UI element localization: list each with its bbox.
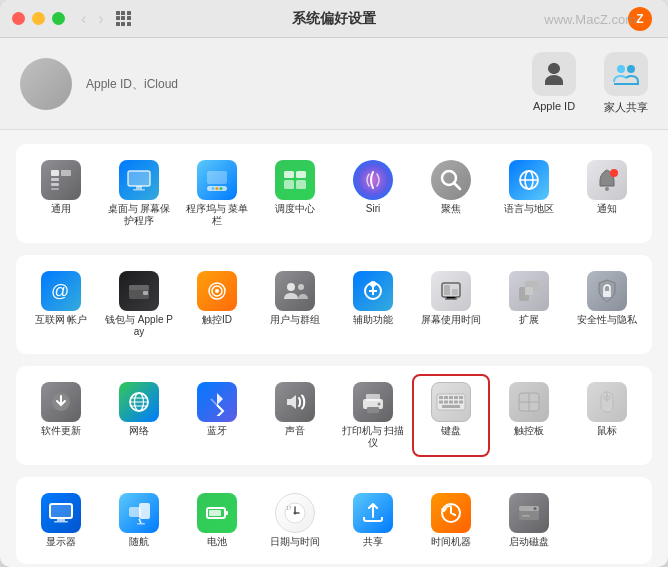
datetime-label: 日期与时间 xyxy=(270,536,320,548)
pref-touchid[interactable]: 触控ID xyxy=(180,265,254,344)
pref-mission[interactable]: 调度中心 xyxy=(258,154,332,233)
general-icon xyxy=(41,160,81,200)
dock-label: 程序坞与 菜单栏 xyxy=(182,203,252,227)
svg-line-81 xyxy=(139,519,141,523)
printer-label: 打印机与 扫描仪 xyxy=(338,425,408,449)
pref-dock[interactable]: 程序坞与 菜单栏 xyxy=(180,154,254,233)
preferences-content: 通用 桌面与 屏幕保护程序 程序坞与 菜单栏 xyxy=(0,130,668,567)
apple-id-icon-item[interactable]: Apple ID xyxy=(532,52,576,115)
svg-rect-64 xyxy=(439,401,443,404)
svg-point-94 xyxy=(534,507,537,510)
svg-rect-77 xyxy=(57,518,65,521)
app-grid-button[interactable] xyxy=(116,11,132,27)
user-right-icons: Apple ID 家人共享 xyxy=(532,52,648,115)
screentime-label: 屏幕使用时间 xyxy=(421,314,481,326)
pref-wallet[interactable]: 钱包与 Apple Pay xyxy=(102,265,176,344)
internet-label: 互联网 帐户 xyxy=(35,314,88,326)
icon-grid-2: @ 互联网 帐户 钱包与 Apple Pay 触控ID xyxy=(24,265,644,344)
pref-sidecar[interactable]: 随航 xyxy=(102,487,176,554)
svg-rect-95 xyxy=(522,515,530,517)
pref-network[interactable]: 网络 xyxy=(102,376,176,455)
startup-icon xyxy=(509,493,549,533)
datetime-icon: 17 xyxy=(275,493,315,533)
pref-keyboard[interactable]: 键盘 xyxy=(414,376,488,455)
pref-screentime[interactable]: 屏幕使用时间 xyxy=(414,265,488,344)
pref-bluetooth[interactable]: 蓝牙 xyxy=(180,376,254,455)
desktop-icon xyxy=(119,160,159,200)
siri-label: Siri xyxy=(366,203,380,215)
svg-line-21 xyxy=(454,183,460,189)
minimize-button[interactable] xyxy=(32,12,45,25)
timemachine-label: 时间机器 xyxy=(431,536,471,548)
pref-users[interactable]: 用户与群组 xyxy=(258,265,332,344)
svg-rect-84 xyxy=(225,511,228,515)
pref-datetime[interactable]: 17 日期与时间 xyxy=(258,487,332,554)
forward-button[interactable]: › xyxy=(94,8,107,30)
displays-label: 显示器 xyxy=(46,536,76,548)
close-button[interactable] xyxy=(12,12,25,25)
section-3: 软件更新 网络 蓝牙 xyxy=(16,366,652,465)
pref-software[interactable]: 软件更新 xyxy=(24,376,98,455)
titlebar: ‹ › 系统偏好设置 Z www.MacZ.com xyxy=(0,0,668,38)
access-label: 辅助功能 xyxy=(353,314,393,326)
pref-extensions[interactable]: 扩展 xyxy=(492,265,566,344)
pref-mouse[interactable]: 鼠标 xyxy=(570,376,644,455)
pref-startup[interactable]: 启动磁盘 xyxy=(492,487,566,554)
users-icon xyxy=(275,271,315,311)
pref-displays[interactable]: 显示器 xyxy=(24,487,98,554)
pref-language[interactable]: 语言与地区 xyxy=(492,154,566,233)
family-sharing-icon-item[interactable]: 家人共享 xyxy=(604,52,648,115)
family-sharing-label: 家人共享 xyxy=(604,100,648,115)
svg-rect-76 xyxy=(50,504,72,518)
security-label: 安全性与隐私 xyxy=(577,314,637,326)
general-label: 通用 xyxy=(51,203,71,215)
svg-rect-16 xyxy=(284,171,294,178)
spotlight-icon xyxy=(431,160,471,200)
svg-rect-66 xyxy=(449,401,453,404)
sidecar-icon xyxy=(119,493,159,533)
sharing-label: 共享 xyxy=(363,536,383,548)
pref-internet[interactable]: @ 互联网 帐户 xyxy=(24,265,98,344)
pref-timemachine[interactable]: 时间机器 xyxy=(414,487,488,554)
notification-icon xyxy=(587,160,627,200)
pref-trackpad[interactable]: 触控板 xyxy=(492,376,566,455)
svg-rect-10 xyxy=(133,189,145,191)
wallet-icon xyxy=(119,271,159,311)
pref-notification[interactable]: 通知 xyxy=(570,154,644,233)
bluetooth-label: 蓝牙 xyxy=(207,425,227,437)
svg-rect-41 xyxy=(444,285,450,295)
mouse-icon xyxy=(587,382,627,422)
network-label: 网络 xyxy=(129,425,149,437)
svg-rect-6 xyxy=(61,170,71,176)
battery-label: 电池 xyxy=(207,536,227,548)
svg-rect-3 xyxy=(51,178,59,181)
siri-icon xyxy=(353,160,393,200)
svg-rect-29 xyxy=(129,285,149,290)
svg-rect-19 xyxy=(296,180,306,189)
pref-battery[interactable]: 电池 xyxy=(180,487,254,554)
window-title: 系统偏好设置 xyxy=(292,10,376,28)
back-button[interactable]: ‹ xyxy=(77,8,90,30)
notification-label: 通知 xyxy=(597,203,617,215)
maximize-button[interactable] xyxy=(52,12,65,25)
pref-sharing[interactable]: 共享 xyxy=(336,487,410,554)
pref-sound[interactable]: 声音 xyxy=(258,376,332,455)
pref-siri[interactable]: Siri xyxy=(336,154,410,233)
pref-security[interactable]: 安全性与隐私 xyxy=(570,265,644,344)
icon-grid-3: 软件更新 网络 蓝牙 xyxy=(24,376,644,455)
language-label: 语言与地区 xyxy=(504,203,554,215)
pref-spotlight[interactable]: 聚焦 xyxy=(414,154,488,233)
spotlight-label: 聚焦 xyxy=(441,203,461,215)
mouse-label: 鼠标 xyxy=(597,425,617,437)
pref-desktop[interactable]: 桌面与 屏幕保护程序 xyxy=(102,154,176,233)
user-section[interactable]: Apple ID、iCloud Apple ID xyxy=(0,38,668,130)
apple-id-icon xyxy=(532,52,576,96)
software-icon xyxy=(41,382,81,422)
svg-rect-7 xyxy=(128,171,150,186)
startup-label: 启动磁盘 xyxy=(509,536,549,548)
access-icon xyxy=(353,271,393,311)
svg-rect-30 xyxy=(143,291,148,295)
pref-general[interactable]: 通用 xyxy=(24,154,98,233)
pref-access[interactable]: 辅助功能 xyxy=(336,265,410,344)
pref-printer[interactable]: 打印机与 扫描仪 xyxy=(336,376,410,455)
